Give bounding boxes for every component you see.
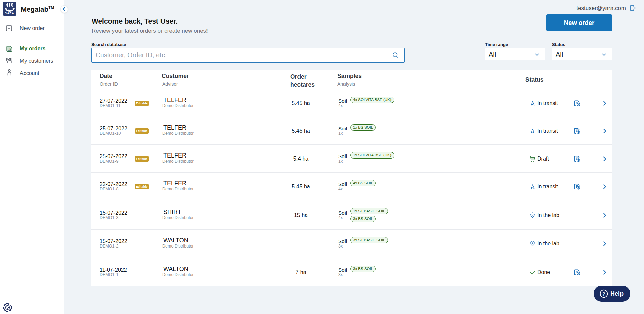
svg-text:?: ?	[602, 291, 605, 297]
svg-text:YARA: YARA	[5, 12, 14, 15]
